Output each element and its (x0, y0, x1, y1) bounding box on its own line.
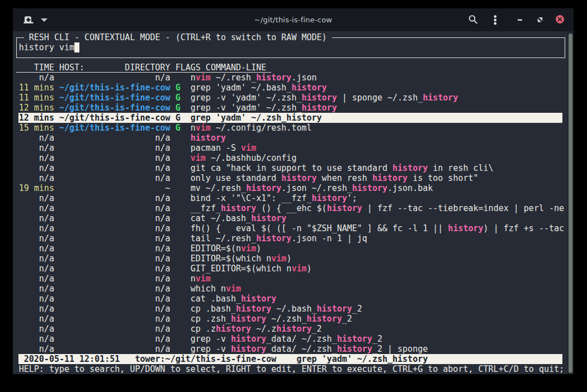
entry-flags (176, 254, 181, 264)
entry-directory: n/a (59, 193, 171, 203)
history-row: n/a n/a grep -v history_data/ ~/.zsh_his… (14, 344, 573, 354)
entry-command-segment: vim (196, 73, 211, 83)
entry-command-segment: mv ~/.resh_ (191, 183, 246, 193)
entry-directory: n/a (59, 133, 171, 143)
entry-command-segment: cat ~/.bash_ (191, 213, 251, 223)
entry-flags (176, 294, 181, 304)
status-bar-row: 2020-05-11 12:01:51 tower:~/git/this-is-… (14, 354, 573, 364)
entry-command-segment: _2 | sponge (372, 344, 428, 354)
history-row: 12 mins ~/git/this-is-fine-cow G grep -v… (14, 103, 573, 113)
entry-command-segment: grep -v 'yadm' ~/.zsh_ (191, 93, 302, 103)
search-query-text: history vim (19, 42, 74, 52)
entry-directory: n/a (59, 163, 171, 173)
entry-time: 11 mins (19, 83, 54, 93)
history-row: n/a n/a cat .bash_history (14, 294, 573, 304)
entry-command-segment: when resh (317, 173, 372, 183)
entry-command-segment: grep -v 'yadm' ~/.zsh_ (191, 103, 302, 113)
entry-command-segment: which n (191, 284, 226, 294)
desktop-background: ~/git/this-is-fine-cow (0, 0, 587, 392)
history-row: n/a n/a cp .zsh_history ~/.zsh_history_2 (14, 314, 573, 324)
entry-flags: G (176, 93, 181, 103)
minimize-icon (514, 18, 526, 26)
minimize-button[interactable] (514, 12, 526, 25)
entry-command-segment: GIT_EDITOR=$(which n (191, 264, 292, 274)
history-row: n/a n/a cp .bash_history ~/.bash_history… (14, 304, 573, 314)
entry-directory: n/a (59, 203, 171, 213)
entry-directory: n/a (59, 173, 171, 183)
entry-time: n/a (19, 314, 54, 324)
entry-directory: n/a (59, 334, 171, 344)
history-row: n/a n/a cat ~/.bash_history (14, 213, 573, 223)
entry-flags (176, 334, 181, 344)
entry-flags: G (176, 103, 181, 113)
entry-command-segment: ) (256, 243, 261, 254)
terminal-window: ~/git/this-is-fine-cow (13, 8, 574, 374)
history-row: n/a n/a EDITOR=$(nvim) (14, 243, 573, 254)
entry-directory: n/a (59, 243, 171, 254)
entry-time: 12 mins (19, 113, 54, 123)
entry-flags (176, 193, 181, 203)
entry-command-segment: history (281, 173, 316, 183)
entry-directory: n/a (59, 233, 171, 243)
entry-command-segment: history (256, 73, 291, 83)
menu-button[interactable] (488, 10, 503, 27)
entry-flags (176, 213, 181, 223)
search-query-row[interactable]: history vim (14, 42, 573, 52)
entry-time: 12 mins (19, 103, 54, 113)
entry-time: n/a (19, 334, 54, 344)
entry-command-segment: vim (191, 153, 206, 163)
entry-time: n/a (19, 344, 54, 354)
entry-flags (176, 284, 181, 294)
history-row: n/a n/a vim ~/.bashhub/config (14, 153, 573, 163)
entry-flags: G (176, 113, 181, 123)
entry-command-segment: history (241, 294, 276, 304)
resh-box-title-row: RESH CLI - CONTEXTUAL MODE - (CTRL+R to … (14, 32, 573, 42)
entry-flags (176, 233, 181, 243)
entry-directory: n/a (59, 254, 171, 264)
entry-command-segment: vim (226, 284, 241, 294)
entry-command-segment: ~/.bashhub/config (206, 153, 297, 163)
entry-directory: ~/git/this-is-fine-cow (59, 103, 171, 113)
entry-directory: n/a (59, 274, 171, 284)
entry-flags (176, 133, 181, 143)
entry-time: n/a (19, 133, 54, 143)
terminal-screen[interactable]: RESH CLI - CONTEXTUAL MODE - (CTRL+R to … (13, 31, 574, 374)
history-row: n/a n/a EDITOR=$(which nvim) (14, 254, 573, 264)
entry-command-segment: history (392, 163, 428, 173)
entry-command-segment: history (312, 193, 347, 203)
entry-command-segment: _2 (372, 334, 382, 344)
table-header-row: TIME HOST: DIRECTORY FLAGS COMMAND-LINE (14, 63, 573, 73)
entry-command-segment: only use standard (191, 173, 282, 183)
close-button[interactable] (552, 12, 568, 28)
entry-time: n/a (19, 153, 54, 163)
entry-directory: n/a (59, 264, 171, 274)
history-row: n/a n/a nvim (14, 274, 573, 284)
entry-command-segment: ~/.resh_ (211, 73, 256, 83)
entry-command-segment: history (372, 173, 408, 183)
entry-time: n/a (19, 284, 54, 294)
entry-command-segment: ~/.zsh_ (266, 314, 306, 324)
scrollbar-handle[interactable] (569, 34, 572, 373)
entry-flags (176, 274, 181, 284)
entry-command-segment: bind -x '"\C-x1": __fzf_ (191, 193, 312, 203)
entry-directory: ~/git/this-is-fine-cow (59, 93, 171, 103)
entry-command-segment: n (191, 274, 196, 284)
box-bottom-row (14, 52, 573, 63)
entry-command-segment: ~/.bash_ (271, 304, 316, 314)
entry-command-segment: ) (307, 264, 312, 274)
entry-command-segment: cp .z (191, 324, 216, 334)
entry-flags (176, 304, 181, 314)
entry-command-segment: EDITOR=$(n (191, 243, 241, 254)
restore-button[interactable] (534, 12, 546, 25)
entry-command-segment: history (246, 183, 281, 193)
search-button[interactable] (465, 10, 482, 27)
entry-flags (176, 243, 181, 254)
window-titlebar[interactable]: ~/git/this-is-fine-cow (13, 8, 574, 31)
entry-command-segment: history (221, 203, 256, 213)
entry-command-segment: history (231, 344, 266, 354)
search-icon (465, 20, 482, 28)
entry-command-segment: cat .bash_ (191, 294, 241, 304)
entry-command-segment: fh() { eval $( ([ -n "$ZSH_NAME" ] && fc… (191, 223, 448, 233)
entry-command-segment: vim (241, 143, 256, 153)
status-datetime: 2020-05-11 12:01:51 (24, 354, 120, 364)
